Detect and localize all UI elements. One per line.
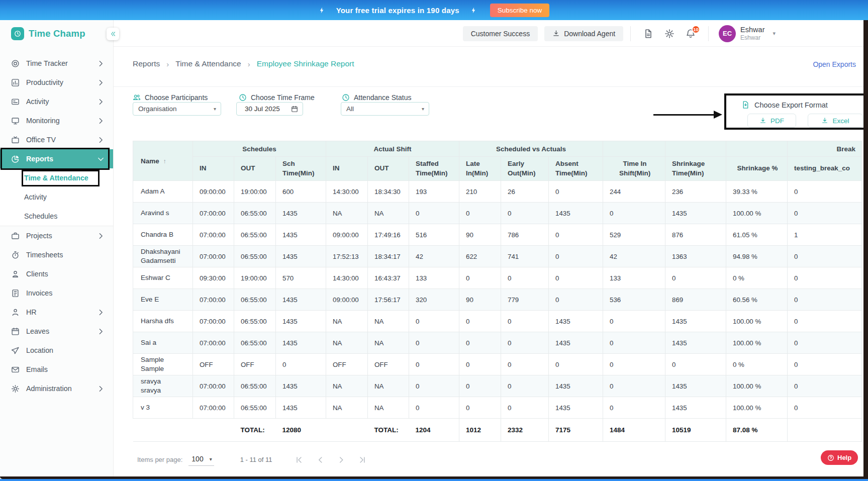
- table-cell: 07:00:00: [193, 311, 234, 332]
- breadcrumb: Reports›Time & Attendance›Employee Shrin…: [133, 59, 354, 68]
- monitor-icon: [11, 117, 20, 125]
- chevron-right-icon: [97, 117, 105, 125]
- table-cell: NA: [368, 332, 409, 354]
- person-icon: [11, 308, 20, 317]
- table-cell: 0: [501, 332, 549, 354]
- sidebar-item-productivity[interactable]: Productivity: [0, 73, 113, 92]
- column-header-testing-break-co: testing_break_co: [788, 157, 862, 181]
- sidebar-item-clients[interactable]: Clients: [0, 264, 113, 283]
- open-exports-link[interactable]: Open Exports: [813, 60, 856, 68]
- breadcrumb-item-time-attendance[interactable]: Time & Attendance: [175, 59, 241, 68]
- participants-select[interactable]: Organisation ▾: [133, 102, 221, 116]
- sidebar-item-activity[interactable]: Activity: [0, 92, 113, 111]
- table-cell: 0: [459, 375, 501, 397]
- help-button[interactable]: Help: [821, 450, 858, 465]
- breadcrumb-item-reports[interactable]: Reports: [133, 59, 160, 68]
- export-excel-button[interactable]: Excel: [808, 114, 863, 128]
- last-page-button[interactable]: [358, 455, 367, 464]
- table-cell: 19:00:00: [234, 181, 276, 203]
- sidebar-item-invoices[interactable]: Invoices: [0, 283, 113, 303]
- table-cell: 0: [549, 224, 603, 246]
- table-row: Harsha dfs07:00:0006:55:001435NANA000143…: [133, 311, 862, 332]
- sidebar-item-time-attendance[interactable]: Time & Attendance: [0, 168, 113, 187]
- table-cell: 0: [409, 354, 459, 375]
- notifications-bell-icon[interactable]: 10: [686, 29, 696, 39]
- sidebar-item-reports[interactable]: Reports: [0, 149, 113, 168]
- column-header-name[interactable]: Name ↑: [133, 141, 193, 181]
- sidebar-item-label: Reports: [26, 155, 53, 163]
- table-cell: 06:55:00: [234, 375, 276, 397]
- table-cell: 0: [603, 397, 665, 419]
- status-value: All: [346, 105, 354, 113]
- sidebar-item-label: Office TV: [26, 136, 56, 144]
- user-avatar[interactable]: EC: [719, 25, 736, 42]
- table-cell: NA: [368, 397, 409, 419]
- chevron-right-icon: [97, 384, 105, 393]
- download-agent-button[interactable]: Download Agent: [544, 26, 623, 41]
- sidebar-item-label: Administration: [26, 384, 72, 393]
- next-page-button[interactable]: [337, 455, 346, 464]
- sidebar-item-activity[interactable]: Activity: [0, 187, 113, 207]
- chevron-right-icon: [97, 232, 105, 240]
- table-cell: 0: [501, 375, 549, 397]
- sidebar-item-projects[interactable]: Projects: [0, 226, 113, 245]
- sidebar-item-administration[interactable]: Administration: [0, 379, 113, 398]
- sidebar: Time Champ Time TrackerProductivityActiv…: [0, 20, 114, 476]
- table-cell: 42: [603, 246, 665, 267]
- sidebar-item-timesheets[interactable]: Timesheets: [0, 245, 113, 264]
- table-cell: 0: [409, 311, 459, 332]
- table-cell: 06:55:00: [234, 289, 276, 311]
- table-cell: OFF: [368, 354, 409, 375]
- customer-success-button[interactable]: Customer Success: [463, 26, 538, 41]
- table-cell: 07:00:00: [193, 397, 234, 419]
- table-row: Eshwar C09:30:0019:00:0057014:30:0016:43…: [133, 267, 862, 289]
- sidebar-item-leaves[interactable]: Leaves: [0, 322, 113, 341]
- sidebar-item-time-tracker[interactable]: Time Tracker: [0, 54, 113, 73]
- sidebar-item-schedules[interactable]: Schedules: [0, 207, 113, 226]
- calendar-icon[interactable]: [291, 106, 298, 113]
- tv-icon: [11, 136, 20, 144]
- totals-cell: 87.08 %: [726, 419, 788, 442]
- sidebar-item-location[interactable]: Location: [0, 341, 113, 360]
- totals-cell: 2332: [501, 419, 549, 442]
- column-header-early-out-min: Early Out(Min): [501, 157, 549, 181]
- table-cell: 94.98 %: [726, 246, 788, 267]
- sidebar-item-hr[interactable]: HR: [0, 303, 113, 322]
- pdf-label: PDF: [770, 117, 784, 125]
- sidebar-collapse-button[interactable]: [107, 28, 119, 40]
- table-cell: 0: [549, 354, 603, 375]
- sidebar-item-office-tv[interactable]: Office TV: [0, 130, 113, 149]
- column-header-in: IN: [193, 157, 234, 181]
- table-cell: 90: [459, 224, 501, 246]
- subscribe-now-button[interactable]: Subscribe now: [490, 4, 550, 17]
- previous-page-button[interactable]: [316, 455, 325, 464]
- sidebar-item-monitoring[interactable]: Monitoring: [0, 111, 113, 130]
- table-cell: 100.00 %: [726, 375, 788, 397]
- bar-chart-icon: [11, 78, 20, 87]
- items-per-page-select[interactable]: 100 ▾: [188, 453, 214, 466]
- table-cell: 0: [788, 375, 862, 397]
- table-cell: 0: [788, 311, 862, 332]
- column-header-time-in-shift-min: Time In Shift(Min): [603, 157, 665, 181]
- table-cell: 07:00:00: [193, 375, 234, 397]
- divider: [708, 26, 709, 41]
- sidebar-item-emails[interactable]: Emails: [0, 360, 113, 379]
- download-agent-label: Download Agent: [564, 30, 615, 38]
- chevron-right-icon: ›: [248, 60, 250, 68]
- user-menu-caret-icon[interactable]: ▾: [773, 30, 776, 37]
- first-page-button[interactable]: [295, 455, 304, 464]
- table-row: Sample SampleOFFOFF0OFFOFF0000000 %0: [133, 354, 862, 375]
- settings-gear-icon[interactable]: [664, 29, 674, 39]
- table-cell: 0: [788, 267, 862, 289]
- table-cell: 0: [409, 203, 459, 224]
- document-icon[interactable]: [643, 29, 653, 39]
- date-input[interactable]: 30 Jul 2025: [236, 102, 303, 116]
- export-pdf-button[interactable]: PDF: [747, 114, 796, 128]
- table-cell: 0: [788, 289, 862, 311]
- caret-down-icon: ▾: [210, 456, 212, 462]
- table-cell: 0: [459, 397, 501, 419]
- sidebar-item-label: Leaves: [26, 327, 49, 335]
- table-cell: 1435: [276, 224, 326, 246]
- status-select[interactable]: All ▾: [341, 102, 429, 116]
- table-cell: 17:56:17: [368, 289, 409, 311]
